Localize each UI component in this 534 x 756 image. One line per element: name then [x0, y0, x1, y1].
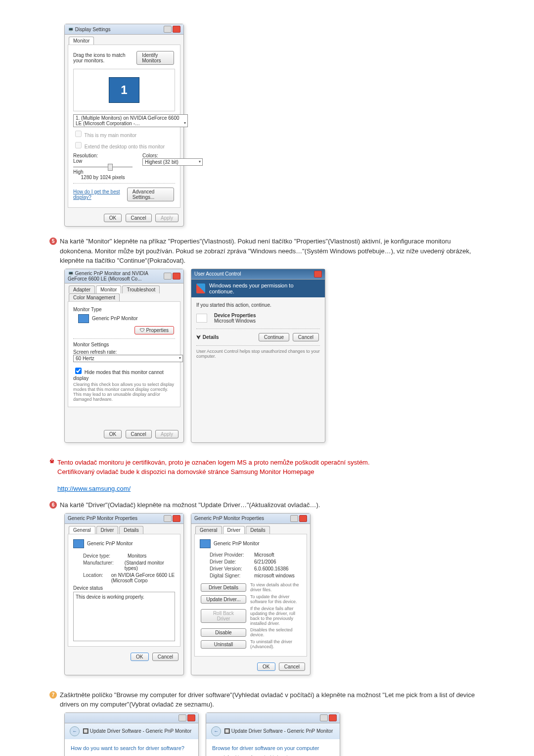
monitor-settings-label: Monitor Settings: [73, 342, 175, 347]
ok-button[interactable]: OK: [104, 430, 122, 438]
version-label: Driver Version:: [210, 566, 254, 571]
minimize-icon[interactable]: [164, 26, 172, 33]
help-link[interactable]: How do I get the best display?: [73, 189, 126, 200]
ok-button[interactable]: OK: [104, 214, 122, 222]
hide-modes-label: Hide modes that this monitor cannot disp…: [73, 370, 164, 381]
minimize-icon[interactable]: [164, 515, 172, 522]
wizard-heading: How do you want to search for driver sof…: [71, 745, 192, 751]
monitor-preview[interactable]: 1: [109, 77, 139, 103]
tab-adapter[interactable]: Adapter: [69, 285, 95, 293]
shield-icon: [196, 284, 205, 293]
tab-color-mgmt[interactable]: Color Management: [69, 293, 120, 301]
tab-monitor[interactable]: Monitor: [69, 37, 94, 45]
step-6-text: Na kartě "Driver"(Ovladač) klepněte na m…: [60, 500, 485, 510]
colors-label: Colors:: [142, 153, 187, 158]
advanced-settings-button[interactable]: Advanced Settings...: [127, 188, 174, 201]
uac-program: Device Properties: [214, 313, 256, 318]
tab-troubleshoot[interactable]: Troubleshoot: [122, 285, 160, 293]
step-7-text: Zaškrtněte políčko "Browse my computer f…: [60, 690, 485, 709]
update-driver-button[interactable]: Update Driver...: [201, 595, 246, 604]
close-icon[interactable]: [187, 714, 195, 721]
resolution-slider[interactable]: [73, 166, 133, 168]
extend-desktop-checkbox: [75, 142, 82, 148]
cancel-button[interactable]: Cancel: [279, 662, 305, 671]
location-label: Location:: [83, 572, 111, 583]
close-icon[interactable]: [173, 515, 180, 522]
titlebar: [65, 713, 198, 723]
provider-label: Driver Provider:: [210, 552, 254, 558]
refresh-rate-select[interactable]: 60 Hertz: [73, 355, 183, 362]
date-value: 6/21/2006: [254, 559, 276, 565]
cancel-button[interactable]: Cancel: [293, 333, 319, 341]
back-icon[interactable]: ←: [211, 726, 221, 736]
properties-driver-dialog: Generic PnP Monitor Properties GeneralDr…: [191, 513, 311, 675]
monitor-icon: [78, 314, 89, 323]
tab-driver[interactable]: Driver: [223, 526, 245, 534]
uac-continue-text: If you started this action, continue.: [196, 302, 320, 308]
cancel-button[interactable]: Cancel: [126, 214, 152, 222]
res-low-label: Low: [73, 158, 82, 164]
close-icon[interactable]: [173, 26, 180, 33]
manufacturer-value: (Standard monitor types): [125, 560, 175, 571]
step-7-badge: 7: [49, 691, 57, 699]
uac-heading: Windows needs your permission to contion…: [209, 283, 320, 294]
ok-button[interactable]: OK: [131, 653, 148, 661]
minimize-icon[interactable]: [164, 273, 172, 280]
date-label: Driver Date:: [210, 559, 254, 565]
continue-button[interactable]: Continue: [259, 333, 289, 341]
location-value: on NVIDIA GeForce 6600 LE (Microsoft Cor…: [111, 572, 175, 583]
window-title: 💻 Generic PnP Monitor and NVIDIA GeForce…: [68, 271, 164, 282]
breadcrumb: 🔲 Update Driver Software - Generic PnP M…: [83, 728, 191, 734]
monitor-type-label: Monitor Type: [73, 307, 175, 312]
device-status-label: Device status: [73, 585, 175, 591]
cancel-button[interactable]: Cancel: [126, 430, 152, 438]
uac-banner: Windows needs your permission to contion…: [191, 280, 325, 297]
note-mark: ※: [49, 458, 54, 465]
wizard-heading: Browse for driver software on your compu…: [212, 745, 334, 751]
properties-button[interactable]: 🛡 Properties: [134, 326, 174, 334]
monitor-properties-dialog: 💻 Generic PnP Monitor and NVIDIA GeForce…: [64, 269, 184, 443]
uninstall-desc: To uninstall the driver (Advanced).: [250, 639, 302, 649]
details-expander[interactable]: ⮟ Details: [196, 334, 219, 340]
identify-monitors-button[interactable]: Identify Monitors: [136, 51, 174, 65]
close-icon[interactable]: [314, 271, 322, 278]
samsung-link[interactable]: http://www.samsung.com/: [57, 484, 485, 494]
program-icon: [196, 314, 207, 323]
tab-general[interactable]: General: [69, 526, 95, 534]
close-icon[interactable]: [329, 714, 337, 721]
tab-driver[interactable]: Driver: [96, 526, 119, 534]
device-name: Generic PnP Monitor: [214, 540, 260, 546]
main-monitor-checkbox: [75, 131, 82, 137]
uninstall-button[interactable]: Uninstall: [201, 640, 246, 649]
cancel-button[interactable]: Cancel: [152, 653, 178, 661]
tab-general[interactable]: General: [195, 526, 222, 534]
back-icon[interactable]: ←: [70, 726, 80, 736]
tab-monitor[interactable]: Monitor: [96, 285, 121, 293]
monitor-select[interactable]: 1. (Multiple Monitors) on NVIDIA GeForce…: [73, 114, 188, 127]
device-type-label: Device type:: [83, 553, 128, 559]
hide-modes-checkbox[interactable]: [75, 368, 82, 374]
minimize-icon[interactable]: [320, 714, 328, 721]
close-icon[interactable]: [173, 273, 180, 280]
disable-desc: Disables the selected device.: [250, 627, 302, 637]
step-5-badge: 5: [49, 237, 57, 245]
titlebar: Generic PnP Monitor Properties: [65, 514, 183, 524]
disable-button[interactable]: Disable: [201, 628, 246, 637]
rollback-desc: If the device fails after updating the d…: [250, 606, 302, 626]
minimize-icon[interactable]: [178, 714, 186, 721]
tab-details[interactable]: Details: [246, 526, 270, 534]
minimize-icon[interactable]: [290, 515, 298, 522]
apply-button: Apply: [155, 430, 178, 438]
res-high-label: High: [73, 169, 84, 175]
driver-details-button[interactable]: Driver Details: [201, 583, 246, 592]
ok-button[interactable]: OK: [257, 662, 275, 671]
main-monitor-label: This is my main monitor: [85, 133, 137, 138]
tab-details[interactable]: Details: [119, 526, 143, 534]
device-name: Generic PnP Monitor: [87, 540, 133, 546]
apply-button: Apply: [155, 214, 178, 222]
breadcrumb: 🔲 Update Driver Software - Generic PnP M…: [224, 728, 333, 734]
drag-instruction: Drag the icons to match your monitors.: [73, 52, 135, 63]
device-status-box: This device is working properly.: [73, 592, 175, 641]
close-icon[interactable]: [299, 515, 307, 522]
colors-select[interactable]: Highest (32 bit): [142, 158, 203, 166]
